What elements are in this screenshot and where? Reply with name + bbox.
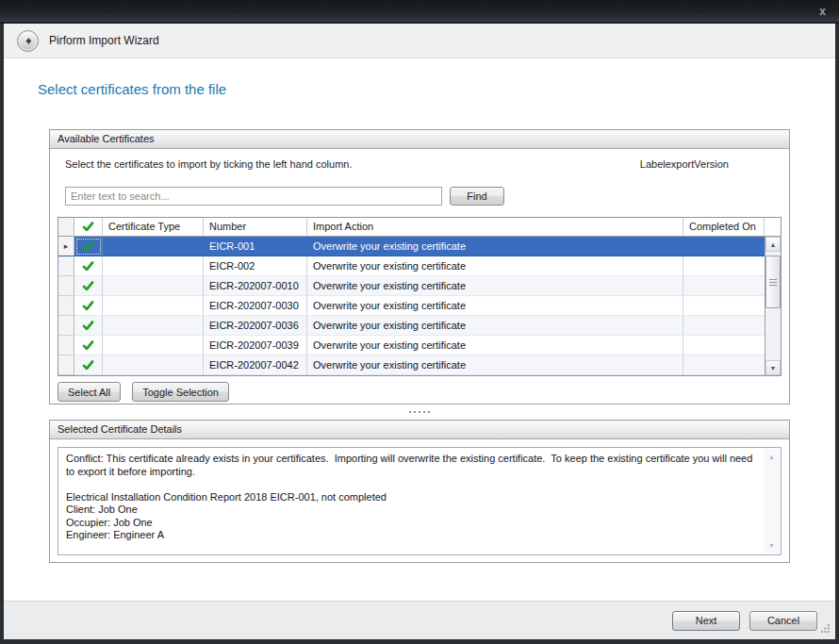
header-completed-on[interactable]: Completed On (683, 218, 765, 236)
cell-number[interactable]: EICR-202007-0042 (204, 355, 307, 375)
wizard-header: Pirform Import Wizard (4, 24, 835, 58)
available-certificates-group: Available Certificates Select the certif… (49, 129, 790, 405)
cell-number[interactable]: EICR-001 (204, 237, 307, 256)
cell-number[interactable]: EICR-202007-0030 (204, 296, 307, 316)
cell-certificate-type[interactable] (103, 237, 204, 256)
cell-certificate-type[interactable] (103, 336, 204, 355)
check-icon (81, 239, 95, 254)
resize-grip-icon[interactable] (820, 623, 831, 636)
group-title: Available Certificates (50, 130, 789, 149)
details-text: Conflict: This certificate already exist… (66, 453, 756, 542)
scrollbar-thumb[interactable] (765, 256, 781, 308)
find-button[interactable]: Find (450, 187, 504, 206)
certificates-table: Certificate Type Number Import Action Co… (58, 217, 781, 376)
cell-import-action[interactable]: Overwrite your existing certificate (307, 355, 683, 375)
check-icon (81, 279, 95, 293)
row-checkbox[interactable] (74, 276, 103, 296)
check-icon (81, 358, 95, 372)
row-checkbox[interactable] (74, 355, 103, 375)
select-all-button[interactable]: Select All (58, 382, 121, 402)
row-indicator (58, 316, 74, 336)
back-arrow-icon (22, 35, 34, 47)
content-area: Select certificates from the file Availa… (4, 58, 835, 601)
footer-bar: Next Cancel (4, 601, 835, 639)
cell-import-action[interactable]: Overwrite your existing certificate (307, 336, 683, 355)
toggle-selection-button[interactable]: Toggle Selection (132, 382, 229, 402)
cell-certificate-type[interactable] (103, 355, 204, 375)
splitter-grip-icon (409, 411, 430, 413)
cell-number[interactable]: EICR-002 (204, 256, 307, 276)
table-row[interactable]: EICR-202007-0030 Overwrite your existing… (58, 296, 765, 316)
cell-completed-on[interactable] (683, 256, 765, 276)
header-scrollbar-filler (765, 218, 781, 236)
cell-completed-on[interactable] (683, 336, 765, 355)
scroll-up-icon[interactable]: ▲ (765, 450, 779, 464)
cell-import-action[interactable]: Overwrite your existing certificate (307, 276, 683, 296)
instruction-label: Select the certificates to import by tic… (65, 158, 352, 172)
cell-completed-on[interactable] (683, 276, 765, 296)
table-row[interactable]: EICR-002 Overwrite your existing certifi… (58, 256, 765, 276)
close-icon[interactable]: x (819, 4, 826, 19)
check-icon (81, 299, 95, 313)
cell-number[interactable]: EICR-202007-0010 (204, 276, 307, 296)
row-checkbox[interactable] (74, 296, 103, 316)
header-import-action[interactable]: Import Action (307, 218, 683, 236)
export-version-label: LabelexportVersion (640, 158, 729, 172)
cell-number[interactable]: EICR-202007-0039 (204, 336, 307, 355)
cell-number[interactable]: EICR-202007-0036 (204, 316, 307, 336)
app-surface: Pirform Import Wizard Select certificate… (4, 24, 835, 639)
cell-certificate-type[interactable] (103, 296, 204, 316)
cell-certificate-type[interactable] (103, 276, 204, 296)
header-check-column[interactable] (74, 218, 103, 236)
row-indicator: ▸ (58, 237, 74, 256)
header-row-indicator (58, 218, 74, 236)
row-indicator (58, 355, 74, 375)
back-button[interactable] (17, 30, 39, 52)
row-checkbox[interactable] (74, 256, 103, 276)
cell-import-action[interactable]: Overwrite your existing certificate (307, 316, 683, 336)
row-checkbox[interactable] (74, 237, 103, 256)
wizard-window: x Pirform Import Wizard Select certifica… (0, 0, 839, 644)
check-icon (81, 220, 95, 234)
cell-certificate-type[interactable] (103, 316, 204, 336)
selected-certificate-details-group: Selected Certificate Details Conflict: T… (49, 420, 790, 563)
table-row[interactable]: ▸ EICR-001 Overwrite your existing certi… (58, 237, 765, 256)
row-indicator (58, 296, 74, 316)
details-panel: Conflict: This certificate already exist… (58, 447, 781, 555)
cell-completed-on[interactable] (683, 316, 765, 336)
row-checkbox[interactable] (74, 336, 103, 355)
table-row[interactable]: EICR-202007-0010 Overwrite your existing… (58, 276, 765, 296)
details-scrollbar[interactable]: ▲ ▼ (764, 449, 780, 553)
table-row[interactable]: EICR-202007-0039 Overwrite your existing… (58, 336, 765, 355)
cell-completed-on[interactable] (683, 296, 765, 316)
search-input[interactable] (65, 187, 442, 206)
cell-completed-on[interactable] (683, 355, 765, 375)
header-certificate-type[interactable]: Certificate Type (103, 218, 204, 236)
table-row[interactable]: EICR-202007-0042 Overwrite your existing… (58, 355, 765, 375)
table-scrollbar[interactable]: ▲ ▼ (765, 237, 781, 375)
next-button[interactable]: Next (672, 611, 740, 631)
cell-import-action[interactable]: Overwrite your existing certificate (307, 296, 683, 316)
scroll-down-icon[interactable]: ▼ (765, 360, 781, 375)
row-indicator (58, 276, 74, 296)
page-title: Select certificates from the file (38, 81, 835, 97)
table-rows: ▸ EICR-001 Overwrite your existing certi… (58, 237, 765, 375)
cell-completed-on[interactable] (683, 237, 765, 256)
table-row[interactable]: EICR-202007-0036 Overwrite your existing… (58, 316, 765, 336)
scroll-up-icon[interactable]: ▲ (765, 237, 781, 252)
cell-import-action[interactable]: Overwrite your existing certificate (307, 256, 683, 276)
thumb-grip-icon (769, 279, 777, 286)
cancel-button[interactable]: Cancel (749, 611, 817, 631)
cell-import-action[interactable]: Overwrite your existing certificate (307, 237, 683, 256)
row-checkbox[interactable] (74, 316, 103, 336)
splitter-handle[interactable] (4, 405, 835, 420)
header-number[interactable]: Number (204, 218, 307, 236)
cell-certificate-type[interactable] (103, 256, 204, 276)
check-icon (81, 319, 95, 333)
group-title: Selected Certificate Details (50, 421, 789, 439)
row-indicator (58, 336, 74, 355)
check-icon (81, 259, 95, 273)
check-icon (81, 339, 95, 353)
scroll-down-icon[interactable]: ▼ (765, 538, 779, 553)
row-indicator (58, 256, 74, 276)
